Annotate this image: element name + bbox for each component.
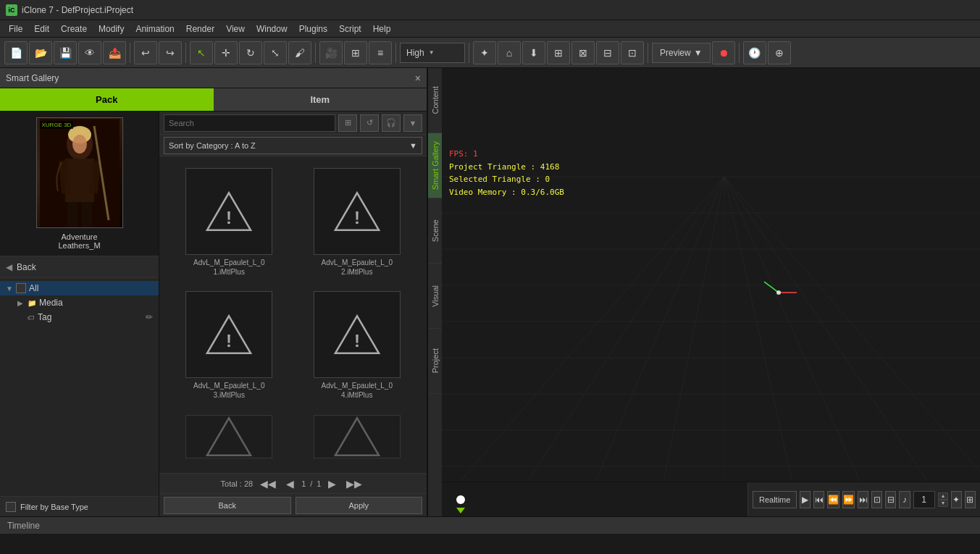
character-svg bbox=[40, 119, 120, 227]
tab-pack[interactable]: Pack bbox=[0, 88, 214, 111]
redo-button[interactable]: ↪ bbox=[159, 41, 182, 64]
grid-timeline-button[interactable]: ⊞ bbox=[965, 491, 976, 508]
menu-file[interactable]: File bbox=[3, 22, 28, 35]
list-item[interactable]: ! AdvL_M_Epaulet_L_03.iMtlPlus bbox=[165, 285, 293, 408]
sun-button[interactable]: ✦ bbox=[473, 41, 496, 64]
scale-button[interactable]: ⤡ bbox=[264, 41, 287, 64]
frame-up-button[interactable]: ▲ bbox=[938, 492, 948, 500]
ambient-button[interactable]: ⌂ bbox=[498, 41, 521, 64]
svg-point-40 bbox=[776, 290, 781, 295]
menu-create[interactable]: Create bbox=[55, 22, 93, 35]
viewport[interactable]: FPS: 1 Project Triangle : 4168 Selected … bbox=[442, 68, 980, 482]
list-item[interactable]: ! AdvL_M_Epaulet_L_02.iMtlPlus bbox=[293, 162, 422, 285]
align-button[interactable]: ≡ bbox=[369, 41, 392, 64]
list-item[interactable]: ! AdvL_M_Epaulet_L_01.iMtlPlus bbox=[165, 162, 293, 285]
effect-button[interactable]: ⊟ bbox=[596, 41, 619, 64]
tree-label-all: All bbox=[29, 283, 38, 293]
tab-smart-gallery[interactable]: Smart Gallery bbox=[428, 133, 442, 198]
search-input[interactable] bbox=[164, 114, 335, 132]
tone-button[interactable]: ⊡ bbox=[621, 41, 644, 64]
save-button[interactable]: 💾 bbox=[54, 41, 77, 64]
all-checkbox[interactable] bbox=[16, 283, 26, 293]
menu-render[interactable]: Render bbox=[180, 22, 220, 35]
headphones-icon-button[interactable]: 🎧 bbox=[382, 114, 401, 132]
page-separator: / bbox=[310, 479, 312, 488]
close-icon[interactable]: × bbox=[415, 72, 421, 84]
prev-frame-button[interactable]: ⏮ bbox=[813, 491, 824, 508]
tab-scene[interactable]: Scene bbox=[428, 198, 442, 264]
sun-timeline-button[interactable]: ✦ bbox=[951, 491, 962, 508]
frame-down-button[interactable]: ▼ bbox=[938, 500, 948, 507]
item-grid: ! AdvL_M_Epaulet_L_01.iMtlPlus bbox=[159, 156, 427, 473]
ibl-button[interactable]: ⬇ bbox=[522, 41, 545, 64]
rotate-button[interactable]: ↻ bbox=[239, 41, 262, 64]
sort-dropdown[interactable]: Sort by Category : A to Z ▼ bbox=[164, 137, 422, 154]
undo-button[interactable]: ↩ bbox=[134, 41, 157, 64]
tree-item-all[interactable]: ▼ All bbox=[0, 281, 159, 295]
step-back-button[interactable]: ⏪ bbox=[827, 491, 839, 508]
menu-modify[interactable]: Modify bbox=[93, 22, 130, 35]
refresh-icon-button[interactable]: ↺ bbox=[360, 114, 379, 132]
last-page-button[interactable]: ▶▶ bbox=[343, 478, 365, 490]
filter-checkbox[interactable] bbox=[6, 502, 16, 512]
loop-button[interactable]: ⊡ bbox=[871, 491, 882, 508]
svg-text:!: ! bbox=[354, 208, 360, 227]
preview-button[interactable]: Preview ▼ bbox=[652, 43, 711, 63]
audio-button[interactable]: ♪ bbox=[899, 491, 910, 508]
tree-item-media[interactable]: ▶ 📁 Media bbox=[0, 295, 159, 310]
timeline-knob[interactable] bbox=[456, 495, 465, 504]
move-button[interactable]: ✛ bbox=[214, 41, 238, 64]
render-button[interactable]: ⊞ bbox=[547, 41, 570, 64]
camera-button[interactable]: 🎥 bbox=[319, 41, 343, 64]
next-page-button[interactable]: ▶ bbox=[325, 478, 339, 490]
tab-project[interactable]: Project bbox=[428, 329, 442, 394]
prev-page-button[interactable]: ◀ bbox=[283, 478, 297, 490]
export-button[interactable]: 📤 bbox=[103, 41, 126, 64]
extra-button[interactable]: ⊕ bbox=[768, 41, 791, 64]
quality-dropdown[interactable]: High ▼ bbox=[400, 43, 465, 63]
realtime-button[interactable]: Realtime bbox=[753, 491, 797, 508]
page-current: 1 bbox=[301, 479, 306, 488]
back-text[interactable]: Back bbox=[17, 262, 36, 272]
view-button[interactable]: 👁 bbox=[78, 41, 101, 64]
tab-visual[interactable]: Visual bbox=[428, 264, 442, 329]
open-button[interactable]: 📂 bbox=[29, 41, 52, 64]
dropdown-icon-button[interactable]: ▼ bbox=[403, 114, 422, 132]
play-button[interactable]: ▶ bbox=[800, 491, 811, 508]
list-item[interactable] bbox=[293, 409, 422, 467]
apply-button[interactable]: Apply bbox=[296, 497, 423, 514]
menubar: File Edit Create Modify Animation Render… bbox=[0, 20, 980, 38]
menu-window[interactable]: Window bbox=[251, 22, 293, 35]
menu-view[interactable]: View bbox=[220, 22, 251, 35]
new-button[interactable]: 📄 bbox=[4, 41, 28, 64]
menu-help[interactable]: Help bbox=[367, 22, 397, 35]
filter-icon-button[interactable]: ⊞ bbox=[338, 114, 357, 132]
timeline-arrow bbox=[456, 508, 465, 513]
next-frame-button[interactable]: ⏭ bbox=[858, 491, 868, 508]
frame-button[interactable]: ⊞ bbox=[344, 41, 367, 64]
menu-plugins[interactable]: Plugins bbox=[293, 22, 333, 35]
step-forward-button[interactable]: ⏩ bbox=[842, 491, 855, 508]
smart-gallery-panel: Smart Gallery × Pack Item XURGE 3D bbox=[0, 68, 427, 516]
back-button[interactable]: Back bbox=[164, 497, 291, 514]
list-item[interactable]: ! AdvL_M_Epaulet_L_04.iMtlPlus bbox=[293, 285, 422, 408]
menu-edit[interactable]: Edit bbox=[28, 22, 55, 35]
svg-line-35 bbox=[724, 177, 869, 482]
post-button[interactable]: ⊠ bbox=[571, 41, 595, 64]
item-thumbnail-6 bbox=[314, 415, 401, 458]
menu-script[interactable]: Script bbox=[333, 22, 367, 35]
tag-edit-icon[interactable]: ✏ bbox=[146, 312, 153, 322]
first-page-button[interactable]: ◀◀ bbox=[257, 478, 279, 490]
select-button[interactable]: ↖ bbox=[190, 41, 213, 64]
toolbar: 📄 📂 💾 👁 📤 ↩ ↪ ↖ ✛ ↻ ⤡ 🖌 🎥 ⊞ ≡ High ▼ ✦ ⌂… bbox=[0, 38, 980, 68]
timeline-track[interactable] bbox=[442, 482, 748, 516]
tree-item-tag[interactable]: 🏷 Tag ✏ bbox=[0, 310, 159, 324]
subtitle-button[interactable]: ⊟ bbox=[885, 491, 896, 508]
tab-content[interactable]: Content bbox=[428, 68, 442, 133]
paint-button[interactable]: 🖌 bbox=[288, 41, 311, 64]
record-button[interactable]: ⏺ bbox=[712, 41, 735, 64]
menu-animation[interactable]: Animation bbox=[130, 22, 180, 35]
list-item[interactable] bbox=[165, 409, 293, 467]
clock-button[interactable]: 🕐 bbox=[743, 41, 766, 64]
tab-item[interactable]: Item bbox=[214, 88, 427, 111]
